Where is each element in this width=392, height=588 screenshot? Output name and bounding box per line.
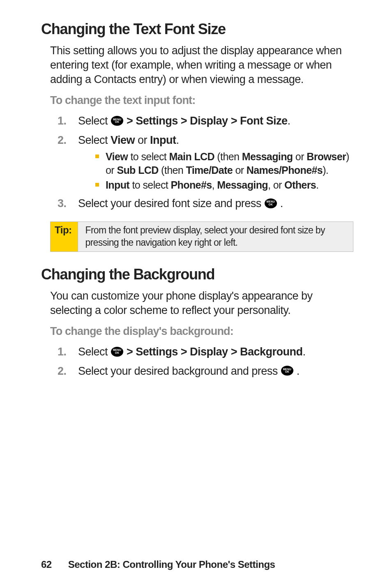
step-path: > Settings > Display > Font Size [124, 115, 287, 127]
steps-list-1: Select MENUOK > Settings > Display > Fon… [58, 113, 355, 211]
tip-label: Tip: [51, 222, 78, 251]
sublist: View to select Main LCD (then Messaging … [95, 150, 355, 192]
menu-ok-icon: MENUOK [281, 366, 293, 376]
subheading-background: To change the display's background: [50, 325, 355, 338]
sub-bold: Sub LCD [117, 164, 158, 176]
step-text: Select [78, 346, 111, 358]
tip-box: Tip: From the font preview display, sele… [50, 221, 353, 252]
step-path: > Settings > Display > Background [124, 346, 302, 358]
step-bold: View [111, 134, 135, 146]
sub-bold: Time/Date [186, 164, 233, 176]
intro-paragraph-2: You can customize your phone display's a… [50, 289, 355, 318]
subheading-text-input-font: To change the text input font: [50, 94, 355, 107]
sub-text: . [316, 179, 318, 191]
menu-ok-icon: MENUOK [111, 347, 123, 357]
sub-text: or [293, 151, 307, 162]
subitem-view: View to select Main LCD (then Messaging … [95, 150, 355, 177]
step-text: Select your desired font size and press [78, 197, 264, 210]
sub-text: , or [268, 179, 284, 191]
step-suffix: . [277, 197, 283, 210]
heading-background: Changing the Background [41, 266, 355, 283]
sub-bold: Main LCD [169, 151, 214, 162]
step-text: Select [78, 134, 111, 146]
step-period: . [287, 115, 290, 127]
menu-ok-icon: MENUOK [265, 198, 277, 208]
tip-content: From the font preview display, select yo… [78, 222, 353, 251]
step-1-3: Select your desired font size and press … [58, 196, 355, 211]
sub-bold: Messaging [217, 179, 268, 191]
menu-ok-icon: MENUOK [111, 116, 123, 126]
step-2-2: Select your desired background and press… [58, 364, 355, 378]
sub-text: ). [323, 164, 328, 176]
page-footer: 62Section 2B: Controlling Your Phone's S… [41, 559, 275, 570]
heading-text-font-size: Changing the Text Font Size [41, 21, 355, 38]
step-period: . [302, 346, 305, 358]
sub-bold: Names/Phone#s [247, 164, 323, 176]
intro-paragraph-1: This setting allows you to adjust the di… [50, 44, 355, 87]
sub-text: (then [159, 164, 186, 176]
step-suffix: . [294, 365, 300, 377]
step-2-1: Select MENUOK > Settings > Display > Bac… [58, 344, 355, 359]
step-1-2: Select View or Input. View to select Mai… [58, 133, 355, 192]
footer-section-text: Section 2B: Controlling Your Phone's Set… [68, 559, 275, 570]
step-text: . [176, 134, 179, 146]
sub-bold: Others [284, 179, 316, 191]
step-1-1: Select MENUOK > Settings > Display > Fon… [58, 113, 355, 128]
sub-bold: Phone#s [171, 179, 212, 191]
sub-bold: View [106, 151, 128, 162]
sub-bold: Messaging [242, 151, 293, 162]
page-number: 62 [41, 559, 52, 570]
sub-text: (then [214, 151, 242, 162]
sub-bold: Browser [307, 151, 346, 162]
subitem-input: Input to select Phone#s, Messaging, or O… [95, 178, 355, 192]
sub-text: or [233, 164, 247, 176]
sub-text: to select [128, 151, 169, 162]
sub-text: , [212, 179, 217, 191]
step-text: or [135, 134, 150, 146]
steps-list-2: Select MENUOK > Settings > Display > Bac… [58, 344, 355, 378]
step-text: Select [78, 115, 111, 127]
step-bold: Input [150, 134, 176, 146]
step-text: Select your desired background and press [78, 365, 281, 377]
sub-bold: Input [106, 179, 129, 191]
sub-text: to select [129, 179, 171, 191]
